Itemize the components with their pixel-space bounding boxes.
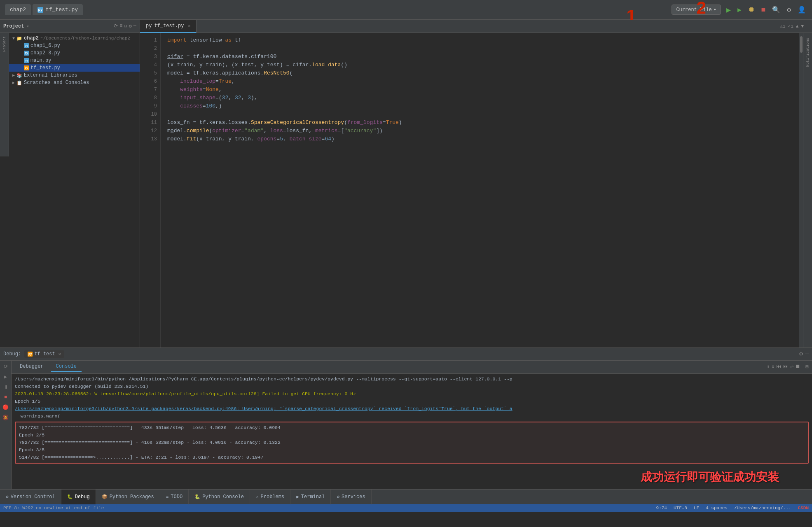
- problems-tab[interactable]: ⚠ Problems: [250, 490, 290, 504]
- code-line-3: cifar = tf.keras.datasets.cifar100: [167, 53, 792, 61]
- run-button[interactable]: ▶: [725, 4, 732, 16]
- gear-icon[interactable]: ⚙: [129, 23, 132, 29]
- console-line-4: Epoch 1/5: [15, 398, 809, 405]
- console-line-5[interactable]: /Users/mazhenxing/miniforge3/lib/python3…: [15, 405, 809, 413]
- training-line-1: 782/782 [==============================]…: [19, 424, 805, 431]
- notifications-tab[interactable]: Notifications: [805, 35, 811, 70]
- debug-minimize-icon[interactable]: —: [805, 350, 809, 357]
- code-line-4: (x_train, y_train), (x_test, y_test) = c…: [167, 61, 792, 69]
- view-breakpoints-icon[interactable]: 🔴: [1, 403, 10, 412]
- packages-icon: 📦: [102, 494, 108, 499]
- debug-tool-5[interactable]: ↩: [790, 364, 793, 370]
- services-icon: ⚙: [337, 494, 339, 499]
- tree-item-main[interactable]: py main.py: [9, 57, 140, 64]
- console-line-1: /Users/mazhenxing/miniforge3/bin/python …: [15, 375, 809, 383]
- console-icon: 🐍: [194, 494, 200, 499]
- encoding-status: UTF-8: [674, 506, 687, 511]
- console-line-6: warnings.warn(: [15, 413, 809, 420]
- line-sep-status: LF: [694, 506, 699, 511]
- services-tab[interactable]: ⚙ Services: [331, 490, 371, 504]
- console-tab[interactable]: Console: [51, 362, 82, 372]
- version-control-tab[interactable]: ⚙ Version Control: [0, 490, 61, 504]
- line-col-status: 9:74: [656, 506, 667, 511]
- tree-item-chap1-6[interactable]: py chap1_6.py: [9, 42, 140, 49]
- training-line-3: 782/782 [==============================]…: [19, 439, 805, 446]
- py-icon-chap1-6: py: [24, 43, 29, 48]
- dropdown-arrow-icon: ▾: [714, 7, 716, 13]
- terminal-tab[interactable]: ▶ Terminal: [290, 490, 331, 504]
- path-status: /Users/mazhenxing/...: [734, 506, 791, 511]
- tree-item-external-libs[interactable]: ▶ 📚 External Libraries: [9, 72, 140, 79]
- profile-icon[interactable]: 👤: [796, 5, 807, 15]
- terminal-icon: ▶: [296, 494, 299, 499]
- python-console-tab[interactable]: 🐍 Python Console: [189, 490, 250, 504]
- file-title: tf_test.py: [46, 7, 78, 13]
- csdn-logo: CSDN: [798, 506, 809, 511]
- tab-py-icon: py: [146, 23, 152, 29]
- todo-tab[interactable]: ≡ TODO: [160, 490, 189, 504]
- code-line-7: weights=None,: [167, 86, 792, 94]
- scratches-icon: 📋: [16, 80, 22, 86]
- debug-label: Debug:: [3, 351, 21, 357]
- info-bar: PEP 8: W292 no newline at end of file 9:…: [0, 504, 812, 512]
- collapse-icon[interactable]: ⊟: [124, 23, 127, 29]
- file-title-tab[interactable]: py tf_test.py: [33, 4, 83, 15]
- bottom-tabs: ⚙ Version Control 🐛 Debug 📦 Python Packa…: [0, 489, 812, 504]
- indent-status: 4 spaces: [706, 506, 728, 511]
- line-numbers: 1 2 3 4 5 6 7 8 9 10 11 12 13: [140, 33, 161, 347]
- console-line-2: Connected to pydev debugger (build 223.8…: [15, 383, 809, 390]
- search-button[interactable]: 🔍: [771, 5, 782, 15]
- sync-icon[interactable]: ⟳: [114, 23, 118, 29]
- step-over-icon[interactable]: ⟳: [2, 362, 9, 371]
- tree-item-tf-test[interactable]: py tf_test.py: [9, 64, 140, 72]
- tree-item-scratches[interactable]: ▶ 📋 Scratches and Consoles: [9, 79, 140, 86]
- resume-icon[interactable]: ▶: [3, 373, 8, 381]
- tree-item-chap2[interactable]: ▼ 📁 chap2 ~/Documents/Python-learning/ch…: [9, 35, 140, 42]
- editor-scrollbar[interactable]: [799, 33, 803, 347]
- py-icon-chap2-3: py: [24, 51, 29, 56]
- code-line-1: import tensorflow as tf: [167, 36, 792, 44]
- project-tool-icon[interactable]: Project: [2, 36, 7, 52]
- nav-down-icon[interactable]: ▼: [801, 24, 804, 29]
- scroll-thumb: [800, 36, 803, 53]
- training-line-5: 514/782 [=================>............]…: [19, 454, 805, 461]
- tree-item-chap2-3[interactable]: py chap2_3.py: [9, 49, 140, 57]
- current-file-dropdown[interactable]: Current File ▾: [672, 5, 721, 15]
- debug-tool-2[interactable]: ⬇: [772, 364, 775, 370]
- debug-tool-6[interactable]: ⏹: [795, 364, 800, 370]
- py-file-icon: py: [37, 7, 43, 13]
- app-title-tab[interactable]: chap2: [5, 4, 31, 15]
- code-editor[interactable]: import tensorflow as tf cifar = tf.keras…: [161, 33, 799, 347]
- debug-content: /Users/mazhenxing/miniforge3/bin/python …: [12, 374, 812, 489]
- profile-button[interactable]: ⏺: [747, 5, 756, 15]
- file-tree: ▼ 📁 chap2 ~/Documents/Python-learning/ch…: [9, 33, 140, 88]
- tab-close-icon[interactable]: ✕: [188, 23, 190, 28]
- debug-expand-icon[interactable]: ⊞: [805, 364, 809, 370]
- mute-icon[interactable]: 🔕: [1, 413, 10, 422]
- editor-tab-tf-test[interactable]: py tf_test.py ✕: [140, 20, 197, 33]
- debug-button[interactable]: ▶: [736, 5, 743, 15]
- debug-tool-4[interactable]: ⏭: [783, 364, 789, 370]
- line-warning-icon: ⚠1: [780, 23, 785, 29]
- services-label: Services: [342, 494, 365, 500]
- debug-settings-icon[interactable]: ⚙: [799, 350, 803, 357]
- debug-bottom-tab[interactable]: 🐛 Debug: [61, 490, 96, 504]
- project-dropdown-icon[interactable]: ▾: [26, 24, 29, 29]
- close-sidebar-icon[interactable]: —: [133, 23, 136, 29]
- debug-tool-3[interactable]: ⏮: [776, 364, 782, 370]
- debugger-tab[interactable]: Debugger: [15, 362, 49, 372]
- problems-icon: ⚠: [256, 494, 259, 499]
- debug-tool-1[interactable]: ⬆: [767, 364, 770, 370]
- nav-up-icon[interactable]: ▲: [796, 24, 799, 29]
- training-line-2: Epoch 2/5: [19, 431, 805, 439]
- stop-button[interactable]: ■: [760, 5, 767, 15]
- list-icon[interactable]: ≡: [119, 23, 122, 29]
- settings-button[interactable]: ⚙: [786, 5, 792, 15]
- code-line-5: model = tf.keras.applications.ResNet50(: [167, 69, 792, 77]
- pause-icon[interactable]: ⏸: [2, 383, 9, 392]
- python-packages-tab[interactable]: 📦 Python Packages: [96, 490, 160, 504]
- debug-panel: Debug: py tf_test ✕ ⚙ — ⟳ ▶ ⏸ ■ 🔴 🔕 Debu…: [0, 347, 812, 504]
- training-output-box: 782/782 [==============================]…: [15, 422, 809, 464]
- stop-debug-icon[interactable]: ■: [3, 393, 8, 401]
- debug-close-icon[interactable]: ✕: [59, 352, 61, 357]
